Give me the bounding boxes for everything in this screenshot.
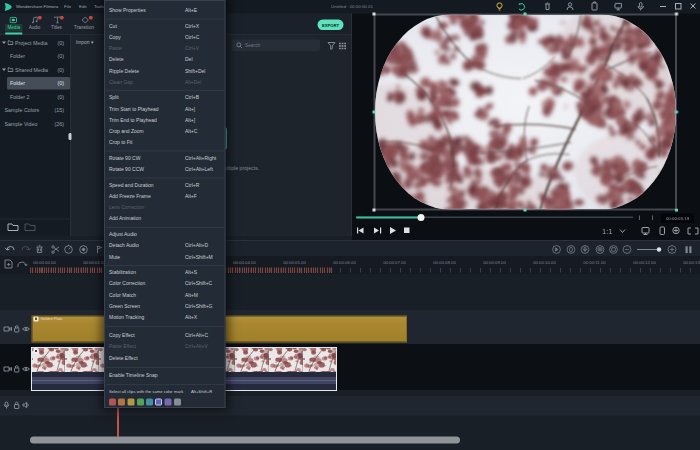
svg-text:1:1: 1:1 [602, 227, 612, 236]
